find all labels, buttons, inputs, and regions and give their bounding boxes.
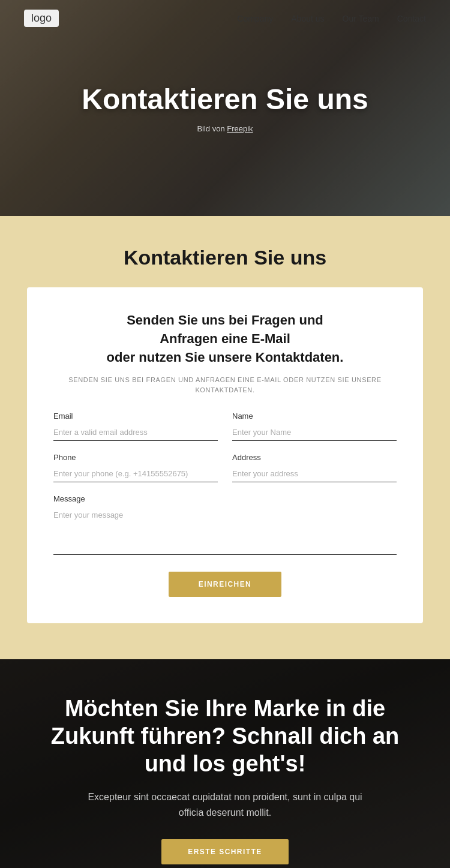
form-row-phone-address: Phone Address [53,453,397,482]
cta-button[interactable]: ERSTE SCHRITTE [161,839,289,864]
address-input[interactable] [232,465,397,482]
phone-label: Phone [53,453,218,462]
name-input[interactable] [232,424,397,441]
email-input[interactable] [53,424,218,441]
contact-form: Email Name Phone Address [53,412,397,597]
address-label: Address [232,453,397,462]
cta-content: Möchten Sie Ihre Marke in die Zukunft fü… [0,659,450,868]
submit-button[interactable]: EINREICHEN [169,572,281,597]
form-heading: Senden Sie uns bei Fragen undAnfragen ei… [53,311,397,367]
nav-team[interactable]: Our Team [343,14,379,23]
form-group-email: Email [53,412,218,441]
email-label: Email [53,412,218,421]
message-label: Message [53,494,397,503]
form-row-email-name: Email Name [53,412,397,441]
form-card: Senden Sie uns bei Fragen undAnfragen ei… [27,287,423,623]
nav-links: Company About us Our Team Contact [237,14,426,23]
nav-company[interactable]: Company [237,14,273,23]
nav-contact[interactable]: Contact [397,14,426,23]
form-group-address: Address [232,453,397,482]
message-textarea[interactable] [53,507,397,555]
hero-credit-link[interactable]: Freepik [227,124,253,133]
cta-section: Möchten Sie Ihre Marke in die Zukunft fü… [0,659,450,868]
hero-title: Kontaktieren Sie uns [82,83,368,116]
phone-input[interactable] [53,465,218,482]
nav-about[interactable]: About us [291,14,324,23]
navigation: logo Company About us Our Team Contact [0,0,450,37]
form-subtext: SENDEN SIE UNS BEI FRAGEN UND ANFRAGEN E… [53,375,397,395]
logo: logo [24,10,59,27]
form-group-name: Name [232,412,397,441]
cta-description: Excepteur sint occaecat cupidatat non pr… [81,789,369,820]
form-group-phone: Phone [53,453,218,482]
contact-section: Kontaktieren Sie uns Senden Sie uns bei … [0,216,450,659]
hero-credit: Bild von Freepik [197,124,253,133]
cta-title: Möchten Sie Ihre Marke in die Zukunft fü… [48,695,402,777]
name-label: Name [232,412,397,421]
contact-section-title: Kontaktieren Sie uns [124,246,326,269]
form-group-message: Message [53,494,397,557]
